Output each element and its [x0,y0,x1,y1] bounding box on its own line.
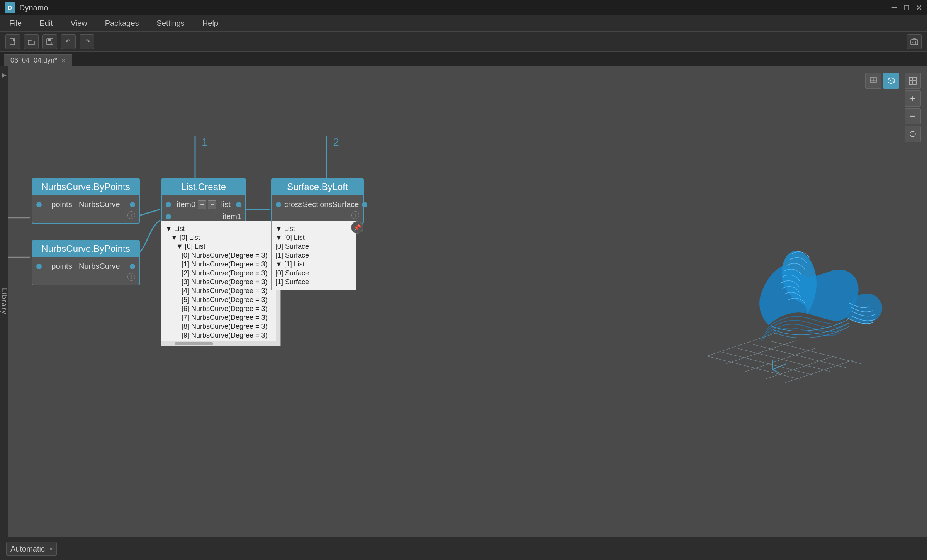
surface-preview-item-4: ▼ [1] List [275,260,352,269]
crosshair-btn[interactable] [905,126,921,142]
node-byloft[interactable]: Surface.ByLoft crossSections Surface i [271,178,364,224]
svg-rect-2 [48,39,51,41]
library-label: Library [0,288,8,315]
node-byloft-title: Surface.ByLoft [271,178,364,195]
close-btn[interactable]: ✕ [916,3,922,12]
svg-line-22 [772,364,786,370]
node-nurbs1[interactable]: NurbsCurve.ByPoints points NurbsCurve i [32,178,140,224]
list-preview-item-13: [10] NurbsCurve(Degree = 3… [165,340,277,341]
save-button[interactable] [42,34,57,49]
listcreate-add-btn[interactable]: + [198,200,206,209]
surface-preview-item-5: [0] Surface [275,269,352,278]
svg-line-14 [738,348,830,372]
library-sidebar[interactable]: ▶ Library [0,66,8,537]
list-preview-content: ▼ List ▼ [0] List ▼ [0] List [0] NurbsCu… [161,221,280,341]
surface-preview-item-6: [1] Surface [275,278,352,287]
node-nurbs2-port-points: points NurbsCurve [32,260,139,272]
3d-view-svg [699,217,900,387]
menu-settings[interactable]: Settings [154,17,188,29]
menu-edit[interactable]: Edit [36,17,56,29]
port-dot-listcreate-output[interactable] [236,202,241,207]
window-controls: ─ □ ✕ [892,3,922,12]
nurbs1-output-label: NurbsCurve [79,200,120,209]
nurbs2-info-icon[interactable]: i [127,273,135,281]
node-nurbs1-body: points NurbsCurve i [32,195,140,224]
workspace[interactable]: ▶ Library 1 2 NurbsCurve.ByPoints points… [0,66,927,537]
list-preview-scroll-thumb-h[interactable] [175,342,213,345]
tab-close-btn[interactable]: ✕ [61,58,66,64]
menu-file[interactable]: File [6,17,25,29]
node-nurbs2[interactable]: NurbsCurve.ByPoints points NurbsCurve i [32,240,140,285]
zoom-controls: + − [905,73,921,142]
port-dot-nurbs1-output[interactable] [130,202,135,207]
surface-preview-item-0: ▼ List [275,224,352,233]
list-preview-item-6: [3] NurbsCurve(Degree = 3) [165,278,277,287]
toolbar [0,32,927,52]
node-nurbs1-port-points: points NurbsCurve [32,199,139,210]
list-preview-item-4: [1] NurbsCurve(Degree = 3) [165,260,277,269]
byloft-info-icon[interactable]: i [351,211,359,219]
port-dot-byloft-cross[interactable] [276,202,281,207]
node-listcreate-title: List.Create [161,178,246,195]
minimize-btn[interactable]: ─ [892,3,897,12]
port-dot-byloft-output[interactable] [362,202,367,207]
nurbs1-points-label: points [51,200,72,209]
viewport-3d [699,217,900,387]
view-2d-btn[interactable] [865,73,881,89]
port-dot-nurbs2-points[interactable] [36,264,42,269]
menu-packages[interactable]: Packages [102,17,142,29]
node-byloft-port-cross: crossSections Surface [272,199,363,210]
list-preview-item-1: ▼ [0] List [165,233,277,242]
menu-help[interactable]: Help [199,17,221,29]
zoom-in-btn[interactable]: + [905,90,921,107]
fit-view-btn[interactable] [905,73,921,89]
node-nurbs2-title: NurbsCurve.ByPoints [32,240,140,257]
canvas: 1 2 NurbsCurve.ByPoints points NurbsCurv… [8,66,927,537]
maximize-btn[interactable]: □ [904,3,909,12]
port-dot-nurbs2-output[interactable] [130,264,135,269]
node-number-1: 1 [197,136,212,148]
list-preview-item-0: ▼ List [165,224,277,233]
camera-button[interactable] [907,34,922,49]
node-listcreate[interactable]: List.Create item0 + − list item1 [161,178,246,226]
node-listcreate-port-item0: item0 + − list [162,199,245,210]
node-number-2: 2 [328,136,344,148]
file-tab[interactable]: 06_04_04.dyn* ✕ [4,54,72,66]
surface-preview-pin-btn[interactable]: 📌 [351,221,363,234]
tab-label: 06_04_04.dyn* [10,56,57,64]
byloft-output-label: Surface [333,200,359,209]
undo-button[interactable] [61,34,76,49]
surface-preview: ▼ List ▼ [0] List [0] Surface [1] Surfac… [271,221,356,290]
nurbs1-info-icon[interactable]: i [127,211,135,219]
list-preview-item-7: [4] NurbsCurve(Degree = 3) [165,287,277,295]
surface-preview-item-1: ▼ [0] List [275,233,352,242]
app-title: Dynamo [19,3,48,12]
list-preview-scrollbar-h[interactable] [161,341,280,346]
svg-line-19 [745,348,815,372]
svg-rect-33 [913,81,916,84]
view-3d-btn[interactable] [883,73,899,89]
svg-rect-3 [48,42,52,44]
title-bar: D Dynamo ─ □ ✕ [0,0,927,15]
surface-preview-content: ▼ List ▼ [0] List [0] Surface [1] Surfac… [272,221,356,290]
open-button[interactable] [24,34,39,49]
redo-button[interactable] [80,34,94,49]
node-nurbs2-body: points NurbsCurve i [32,257,140,285]
port-dot-nurbs1-points[interactable] [36,202,42,207]
nurbs2-points-label: points [51,262,72,271]
listcreate-remove-btn[interactable]: − [208,200,216,209]
svg-rect-30 [909,77,912,80]
list-preview-item-5: [2] NurbsCurve(Degree = 3) [165,269,277,278]
zoom-out-btn[interactable]: − [905,108,921,124]
port-dot-listcreate-item1[interactable] [166,214,171,219]
execution-mode-select[interactable]: Automatic Manual [6,542,57,556]
svg-rect-32 [909,81,912,84]
list-preview-item-8: [5] NurbsCurve(Degree = 3) [165,295,277,304]
surface-preview-item-2: [0] Surface [275,242,352,251]
svg-point-34 [910,131,915,137]
svg-line-20 [765,356,834,379]
new-button[interactable] [5,34,20,49]
port-dot-listcreate-item0[interactable] [166,202,171,207]
menu-bar: File Edit View Packages Settings Help [0,15,927,32]
menu-view[interactable]: View [68,17,90,29]
